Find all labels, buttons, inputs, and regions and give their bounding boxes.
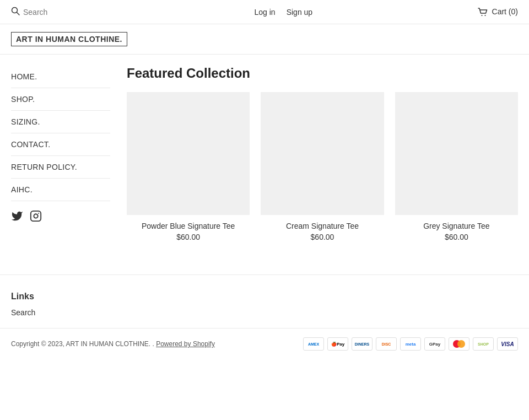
svg-point-3 <box>484 15 485 16</box>
sidebar-item-shop[interactable]: SHOP. <box>11 88 110 111</box>
header-left <box>11 7 89 17</box>
header-right: Cart (0) <box>478 7 518 17</box>
instagram-icon <box>30 210 42 222</box>
sidebar-item-return-policy[interactable]: RETURN POLICY. <box>11 156 110 179</box>
sidebar-social <box>11 201 110 233</box>
footer-search-link[interactable]: Search <box>11 308 35 317</box>
product-name-0: Powder Blue Signature Tee <box>127 222 250 230</box>
product-name-1: Cream Signature Tee <box>261 222 384 230</box>
product-image-1 <box>261 92 384 215</box>
payment-icon-gpay: GPay <box>424 337 445 351</box>
product-price-1: $60.00 <box>261 233 384 241</box>
footer-links-section: Links Search <box>0 274 529 328</box>
sidebar-link-aihc[interactable]: AIHC. <box>11 185 33 194</box>
footer-brand-name: ART IN HUMAN CLOTHINE. . <box>66 340 154 348</box>
svg-point-2 <box>481 15 482 16</box>
sidebar: HOME. SHOP. SIZING. CONTACT. RETURN POLI… <box>11 66 110 241</box>
cart-link[interactable]: Cart (0) <box>478 7 518 16</box>
brand-bar: ART IN HUMAN CLOTHINE. <box>0 24 529 55</box>
svg-line-1 <box>17 13 20 15</box>
sidebar-link-return-policy[interactable]: RETURN POLICY. <box>11 163 77 171</box>
sidebar-link-shop[interactable]: SHOP. <box>11 95 35 104</box>
payment-icon-visa: VISA <box>497 337 518 351</box>
header: Log in Sign up Cart (0) <box>0 0 529 24</box>
cart-label: Cart (0) <box>492 7 518 16</box>
powered-by-link[interactable]: Powered by Shopify <box>156 340 215 348</box>
search-icon <box>11 7 20 17</box>
brand-name[interactable]: ART IN HUMAN CLOTHINE. <box>11 32 127 46</box>
payment-icon-meta: meta <box>400 337 421 351</box>
footer-link-search[interactable]: Search <box>11 308 518 317</box>
payment-icons: AMEX 🍎Pay DINERS DISC meta GPay SHOP VIS… <box>303 337 518 351</box>
footer-links-title: Links <box>11 292 518 301</box>
payment-icon-shopify: SHOP <box>473 337 494 351</box>
svg-point-7 <box>457 340 465 348</box>
copyright-text: Copyright © 2023, <box>11 340 64 348</box>
payment-icon-diners: DINERS <box>352 337 373 351</box>
log-in-link[interactable]: Log in <box>255 8 276 17</box>
footer-bottom: Copyright © 2023, ART IN HUMAN CLOTHINE.… <box>0 328 529 359</box>
payment-icon-mastercard <box>449 337 469 351</box>
product-name-2: Grey Signature Tee <box>395 222 518 230</box>
product-grid: Powder Blue Signature Tee $60.00 Cream S… <box>127 92 518 241</box>
page-layout: HOME. SHOP. SIZING. CONTACT. RETURN POLI… <box>0 55 529 252</box>
twitter-icon <box>11 210 23 222</box>
sidebar-item-sizing[interactable]: SIZING. <box>11 111 110 133</box>
payment-icon-amex: AMEX <box>303 337 324 351</box>
instagram-link[interactable] <box>30 210 42 224</box>
product-image-2 <box>395 92 518 215</box>
sidebar-item-aihc[interactable]: AIHC. <box>11 179 110 201</box>
sidebar-link-contact[interactable]: CONTACT. <box>11 140 50 149</box>
payment-icon-apple: 🍎Pay <box>327 337 348 351</box>
copyright-area: Copyright © 2023, ART IN HUMAN CLOTHINE.… <box>11 340 215 348</box>
payment-icon-discover: DISC <box>376 337 397 351</box>
sidebar-link-sizing[interactable]: SIZING. <box>11 117 40 126</box>
sidebar-nav: HOME. SHOP. SIZING. CONTACT. RETURN POLI… <box>11 66 110 201</box>
svg-rect-4 <box>31 211 41 221</box>
cart-icon <box>478 7 492 16</box>
main-content: Featured Collection Powder Blue Signatur… <box>127 66 518 241</box>
product-price-0: $60.00 <box>127 233 250 241</box>
product-image-0 <box>127 92 250 215</box>
sidebar-link-home[interactable]: HOME. <box>11 72 37 81</box>
search-input[interactable] <box>23 8 89 17</box>
product-card-1[interactable]: Cream Signature Tee $60.00 <box>261 92 384 241</box>
collection-title: Featured Collection <box>127 66 518 81</box>
product-card-2[interactable]: Grey Signature Tee $60.00 <box>395 92 518 241</box>
search-form[interactable] <box>11 7 89 17</box>
twitter-link[interactable] <box>11 210 23 224</box>
product-price-2: $60.00 <box>395 233 518 241</box>
sidebar-item-contact[interactable]: CONTACT. <box>11 133 110 156</box>
header-nav: Log in Sign up <box>255 8 313 17</box>
product-card-0[interactable]: Powder Blue Signature Tee $60.00 <box>127 92 250 241</box>
footer-links-list: Search <box>11 308 518 317</box>
sign-up-link[interactable]: Sign up <box>287 8 312 17</box>
sidebar-item-home[interactable]: HOME. <box>11 66 110 88</box>
